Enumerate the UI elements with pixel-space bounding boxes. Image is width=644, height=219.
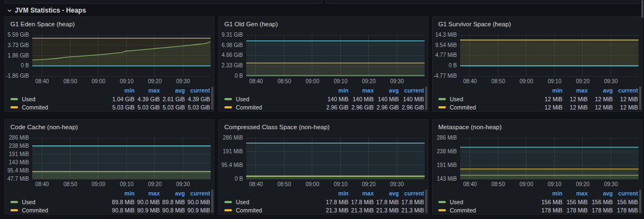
y-axis-tick-label: 286 MiB (223, 135, 243, 141)
series-color-swatch-used (224, 201, 232, 203)
panel-title[interactable]: Compressed Class Space (non-heap) (219, 120, 428, 134)
legend-header-min[interactable]: min (323, 87, 349, 94)
legend-header-min[interactable]: min (323, 190, 349, 197)
legend-header-max[interactable]: max (135, 190, 160, 197)
legend-header-row: min max avg current (433, 86, 642, 95)
panel-code-cache-non-heap[interactable]: Code Cache (non-heap) 286 MiB238 MiB191 … (4, 119, 214, 215)
legend-value-avg: 12 MiB (588, 96, 613, 102)
legend-header-min[interactable]: min (537, 87, 562, 94)
legend-series-toggle[interactable]: Used (438, 96, 537, 102)
series-fill (246, 41, 425, 76)
time-series-chart[interactable]: 14.3 MiB9.54 MiB4.77 MiB0 B-4.77 MiB08:4… (433, 31, 642, 86)
time-series-chart[interactable]: 286 MiB238 MiB191 MiB143 MiB95.4 MiB47.7… (5, 134, 214, 189)
panel-partial-left[interactable] (4, 0, 322, 4)
legend-header-avg[interactable]: avg (588, 87, 613, 94)
y-axis-tick-label: 95.4 MiB (222, 162, 243, 168)
series-color-swatch-commited (224, 106, 232, 108)
legend-value-min: 90.8 MiB (109, 207, 135, 214)
panel-metaspace-non-heap[interactable]: Metaspace (non-heap) 286 MiB238 MiB191 M… (432, 119, 642, 215)
legend-header-current[interactable]: current (185, 190, 210, 197)
x-axis-tick-label: 09:30 (176, 78, 190, 84)
legend-series-toggle[interactable]: Commited (224, 207, 323, 214)
y-axis-tick-label: 4.66 GiB (222, 52, 243, 58)
legend-scrollbar[interactable] (639, 189, 641, 213)
legend-header-current[interactable]: current (613, 190, 638, 197)
legend-header-max[interactable]: max (562, 190, 588, 197)
legend-header-max[interactable]: max (135, 87, 160, 94)
legend-header-max[interactable]: max (349, 87, 374, 94)
panel-partial-right[interactable] (326, 0, 640, 4)
legend-scrollbar[interactable] (211, 87, 213, 110)
series-label: Used (450, 199, 463, 205)
legend-value-max: 12 MiB (562, 104, 588, 111)
y-axis-tick-label: 4.77 MiB (436, 52, 457, 58)
panel-g1-old-gen-heap[interactable]: G1 Old Gen (heap) 9.31 GiB6.98 GiB4.66 G… (218, 16, 428, 112)
legend-header-avg[interactable]: avg (588, 190, 613, 197)
legend-series-toggle[interactable]: Used (224, 96, 323, 102)
panel-g1-eden-space-heap[interactable]: G1 Eden Space (heap) 5.59 GiB3.73 GiB1.8… (4, 16, 214, 112)
legend-header-avg[interactable]: avg (160, 87, 185, 94)
legend-header-avg[interactable]: avg (374, 190, 399, 197)
legend-series-toggle[interactable]: Used (224, 199, 323, 205)
legend-series-toggle[interactable]: Used (10, 96, 109, 102)
panel-compressed-class-space-non-heap[interactable]: Compressed Class Space (non-heap) 286 Mi… (218, 119, 428, 215)
legend-row-used: Used 17.8 MiB 17.8 MiB 17.8 MiB 17.8 MiB (219, 198, 428, 206)
panel-title[interactable]: G1 Old Gen (heap) (219, 17, 428, 31)
x-axis-tick-label: 09:00 (519, 181, 533, 187)
series-fill (460, 147, 639, 179)
legend-series-toggle[interactable]: Used (10, 199, 109, 205)
x-axis-tick-label: 09:10 (548, 78, 561, 84)
series-color-swatch-commited (438, 106, 446, 108)
legend-header-current[interactable]: current (399, 190, 424, 197)
panel-g1-survivor-space-heap[interactable]: G1 Survivor Space (heap) 14.3 MiB9.54 Mi… (432, 16, 642, 112)
legend-series-toggle[interactable]: Used (438, 199, 537, 205)
legend-scrollbar[interactable] (425, 87, 427, 110)
page-scrollbar[interactable] (641, 0, 643, 18)
legend-header-current[interactable]: current (185, 87, 210, 94)
legend-header-avg[interactable]: avg (160, 190, 185, 197)
legend-header-min[interactable]: min (109, 190, 135, 197)
legend-header-min[interactable]: min (537, 190, 562, 197)
legend-value-max: 90.0 MiB (135, 199, 160, 205)
legend-scrollbar[interactable] (425, 189, 427, 213)
panel-title[interactable]: G1 Survivor Space (heap) (433, 17, 642, 31)
panel-title[interactable]: G1 Eden Space (heap) (5, 17, 214, 31)
x-axis-tick-label: 08:40 (35, 78, 49, 84)
legend-series-toggle[interactable]: Commited (438, 207, 537, 214)
legend-header-current[interactable]: current (613, 87, 638, 94)
y-axis-tick-label: 0 B (235, 73, 243, 79)
legend-value-max: 140 MiB (349, 96, 374, 102)
x-axis-tick-label: 09:00 (305, 78, 319, 84)
legend-row-commited: Commited 2.96 GiB 2.96 GiB 2.96 GiB 2.96… (219, 103, 428, 111)
time-series-chart[interactable]: 286 MiB238 MiB191 MiB143 MiB08:4008:5009… (433, 134, 642, 189)
section-header-jvm-statistics-heaps[interactable]: JVM Statistics - Heaps (7, 5, 86, 15)
legend-series-toggle[interactable]: Commited (10, 104, 109, 111)
legend-value-current: 90.9 MiB (185, 207, 210, 214)
panel-title[interactable]: Metaspace (non-heap) (433, 120, 642, 134)
legend-header-max[interactable]: max (562, 87, 588, 94)
legend-header-max[interactable]: max (349, 190, 374, 197)
y-axis-tick-label: 238 MiB (9, 143, 29, 149)
time-series-chart[interactable]: 9.31 GiB6.98 GiB4.66 GiB2.33 GiB0 B08:40… (219, 31, 428, 86)
y-axis-tick-label: 0 B (21, 62, 29, 68)
legend-header-row: min max avg current (219, 189, 428, 198)
legend-scrollbar[interactable] (211, 189, 213, 213)
series-color-swatch-used (10, 98, 18, 100)
legend-header-avg[interactable]: avg (374, 87, 399, 94)
panel-title[interactable]: Code Cache (non-heap) (5, 120, 214, 134)
legend-series-toggle[interactable]: Commited (438, 104, 537, 111)
legend-series-toggle[interactable]: Commited (10, 207, 109, 214)
legend-scrollbar[interactable] (639, 87, 641, 110)
series-color-swatch-commited (438, 209, 446, 211)
legend-value-current: 12 MiB (613, 104, 638, 111)
series-color-swatch-used (10, 201, 18, 203)
legend-series-toggle[interactable]: Commited (224, 104, 323, 111)
chevron-down-icon (7, 8, 12, 13)
time-series-chart[interactable]: 286 MiB191 MiB95.4 MiB0 B08:4008:5009:00… (219, 134, 428, 189)
series-color-swatch-used (438, 201, 446, 203)
x-axis-tick-label: 09:20 (576, 181, 589, 187)
legend-header-min[interactable]: min (109, 87, 135, 94)
legend-header-current[interactable]: current (399, 87, 424, 94)
time-series-chart[interactable]: 5.59 GiB3.73 GiB1.86 GiB0 B-1.86 GiB08:4… (5, 31, 214, 86)
legend-value-min: 21.3 MiB (323, 207, 349, 214)
